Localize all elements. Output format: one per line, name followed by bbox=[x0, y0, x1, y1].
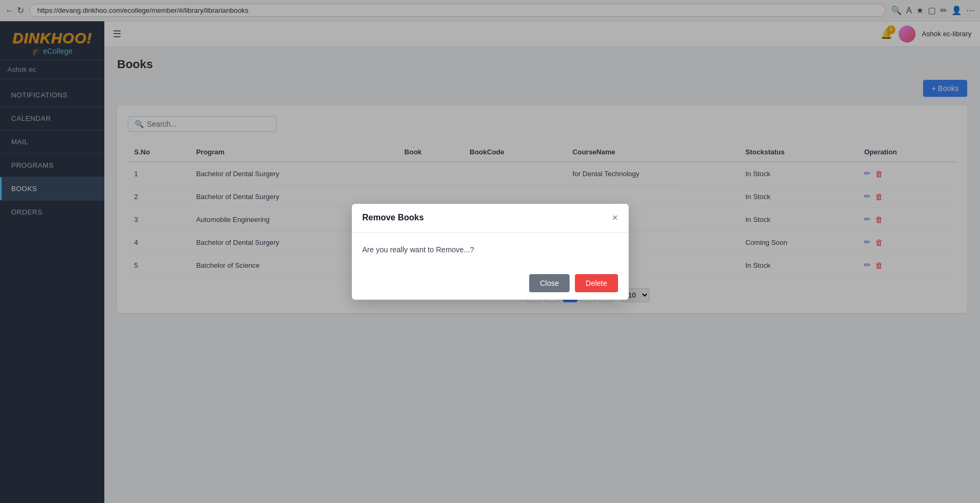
modal-header: Remove Books × bbox=[352, 204, 629, 233]
remove-books-modal: Remove Books × Are you really want to Re… bbox=[352, 204, 629, 300]
modal-overlay[interactable]: Remove Books × Are you really want to Re… bbox=[0, 0, 980, 503]
modal-message: Are you really want to Remove...? bbox=[363, 245, 618, 254]
modal-body: Are you really want to Remove...? bbox=[352, 233, 629, 267]
modal-footer: Close Delete bbox=[352, 267, 629, 300]
modal-title: Remove Books bbox=[363, 213, 424, 222]
modal-close-button[interactable]: × bbox=[612, 212, 618, 224]
delete-button[interactable]: Delete bbox=[575, 274, 617, 292]
close-button[interactable]: Close bbox=[529, 274, 570, 292]
